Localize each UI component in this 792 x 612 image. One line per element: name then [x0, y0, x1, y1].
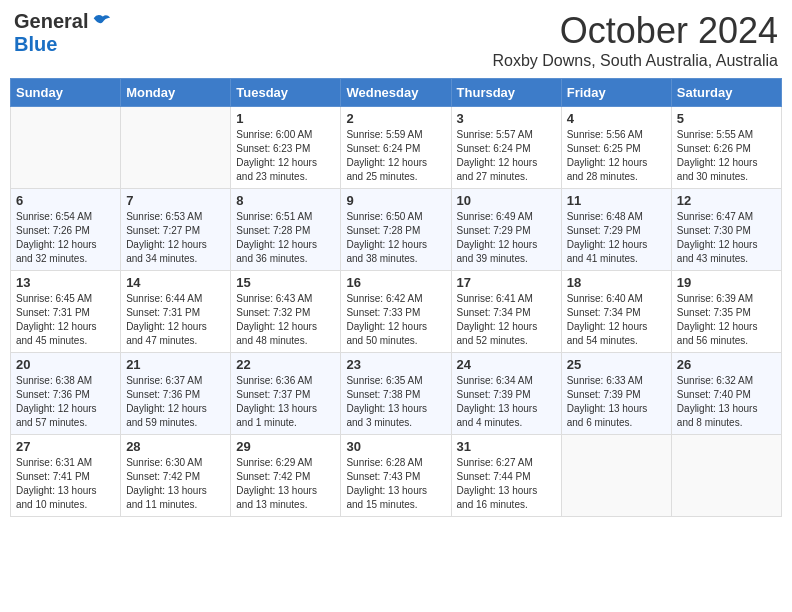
calendar-cell: 29Sunrise: 6:29 AMSunset: 7:42 PMDayligh…: [231, 435, 341, 517]
weekday-header-tuesday: Tuesday: [231, 79, 341, 107]
calendar-cell: 31Sunrise: 6:27 AMSunset: 7:44 PMDayligh…: [451, 435, 561, 517]
calendar-cell: 9Sunrise: 6:50 AMSunset: 7:28 PMDaylight…: [341, 189, 451, 271]
day-number: 15: [236, 275, 335, 290]
day-number: 20: [16, 357, 115, 372]
day-number: 18: [567, 275, 666, 290]
day-number: 16: [346, 275, 445, 290]
day-info: Sunrise: 6:43 AMSunset: 7:32 PMDaylight:…: [236, 292, 335, 348]
day-number: 4: [567, 111, 666, 126]
calendar-cell: 25Sunrise: 6:33 AMSunset: 7:39 PMDayligh…: [561, 353, 671, 435]
day-info: Sunrise: 6:28 AMSunset: 7:43 PMDaylight:…: [346, 456, 445, 512]
weekday-header-wednesday: Wednesday: [341, 79, 451, 107]
title-block: October 2024 Roxby Downs, South Australi…: [493, 10, 778, 70]
logo-text-general: General: [14, 10, 88, 33]
location-subtitle: Roxby Downs, South Australia, Australia: [493, 52, 778, 70]
calendar-cell: 6Sunrise: 6:54 AMSunset: 7:26 PMDaylight…: [11, 189, 121, 271]
calendar-cell: 13Sunrise: 6:45 AMSunset: 7:31 PMDayligh…: [11, 271, 121, 353]
day-number: 23: [346, 357, 445, 372]
calendar-cell: 30Sunrise: 6:28 AMSunset: 7:43 PMDayligh…: [341, 435, 451, 517]
calendar-header-row: SundayMondayTuesdayWednesdayThursdayFrid…: [11, 79, 782, 107]
calendar-cell: [121, 107, 231, 189]
day-number: 30: [346, 439, 445, 454]
calendar-table: SundayMondayTuesdayWednesdayThursdayFrid…: [10, 78, 782, 517]
day-info: Sunrise: 6:35 AMSunset: 7:38 PMDaylight:…: [346, 374, 445, 430]
day-info: Sunrise: 6:00 AMSunset: 6:23 PMDaylight:…: [236, 128, 335, 184]
calendar-cell: 1Sunrise: 6:00 AMSunset: 6:23 PMDaylight…: [231, 107, 341, 189]
calendar-cell: 14Sunrise: 6:44 AMSunset: 7:31 PMDayligh…: [121, 271, 231, 353]
day-info: Sunrise: 5:57 AMSunset: 6:24 PMDaylight:…: [457, 128, 556, 184]
calendar-cell: 27Sunrise: 6:31 AMSunset: 7:41 PMDayligh…: [11, 435, 121, 517]
calendar-week-2: 6Sunrise: 6:54 AMSunset: 7:26 PMDaylight…: [11, 189, 782, 271]
day-info: Sunrise: 6:44 AMSunset: 7:31 PMDaylight:…: [126, 292, 225, 348]
day-info: Sunrise: 5:55 AMSunset: 6:26 PMDaylight:…: [677, 128, 776, 184]
calendar-cell: 16Sunrise: 6:42 AMSunset: 7:33 PMDayligh…: [341, 271, 451, 353]
calendar-cell: 4Sunrise: 5:56 AMSunset: 6:25 PMDaylight…: [561, 107, 671, 189]
day-number: 25: [567, 357, 666, 372]
day-info: Sunrise: 6:27 AMSunset: 7:44 PMDaylight:…: [457, 456, 556, 512]
calendar-cell: 2Sunrise: 5:59 AMSunset: 6:24 PMDaylight…: [341, 107, 451, 189]
day-number: 26: [677, 357, 776, 372]
day-info: Sunrise: 6:48 AMSunset: 7:29 PMDaylight:…: [567, 210, 666, 266]
day-info: Sunrise: 6:29 AMSunset: 7:42 PMDaylight:…: [236, 456, 335, 512]
day-number: 11: [567, 193, 666, 208]
calendar-week-5: 27Sunrise: 6:31 AMSunset: 7:41 PMDayligh…: [11, 435, 782, 517]
logo: General Blue: [14, 10, 112, 56]
day-info: Sunrise: 6:32 AMSunset: 7:40 PMDaylight:…: [677, 374, 776, 430]
day-number: 8: [236, 193, 335, 208]
day-number: 1: [236, 111, 335, 126]
calendar-cell: 17Sunrise: 6:41 AMSunset: 7:34 PMDayligh…: [451, 271, 561, 353]
day-number: 24: [457, 357, 556, 372]
calendar-week-1: 1Sunrise: 6:00 AMSunset: 6:23 PMDaylight…: [11, 107, 782, 189]
logo-text-blue: Blue: [14, 33, 57, 55]
day-info: Sunrise: 6:38 AMSunset: 7:36 PMDaylight:…: [16, 374, 115, 430]
calendar-cell: 3Sunrise: 5:57 AMSunset: 6:24 PMDaylight…: [451, 107, 561, 189]
day-info: Sunrise: 6:30 AMSunset: 7:42 PMDaylight:…: [126, 456, 225, 512]
day-number: 14: [126, 275, 225, 290]
day-info: Sunrise: 6:51 AMSunset: 7:28 PMDaylight:…: [236, 210, 335, 266]
calendar-cell: 15Sunrise: 6:43 AMSunset: 7:32 PMDayligh…: [231, 271, 341, 353]
day-info: Sunrise: 6:36 AMSunset: 7:37 PMDaylight:…: [236, 374, 335, 430]
day-number: 28: [126, 439, 225, 454]
day-number: 3: [457, 111, 556, 126]
day-number: 27: [16, 439, 115, 454]
day-number: 31: [457, 439, 556, 454]
weekday-header-thursday: Thursday: [451, 79, 561, 107]
day-number: 19: [677, 275, 776, 290]
day-info: Sunrise: 6:41 AMSunset: 7:34 PMDaylight:…: [457, 292, 556, 348]
day-info: Sunrise: 5:59 AMSunset: 6:24 PMDaylight:…: [346, 128, 445, 184]
month-title: October 2024: [493, 10, 778, 52]
day-info: Sunrise: 6:49 AMSunset: 7:29 PMDaylight:…: [457, 210, 556, 266]
calendar-cell: 18Sunrise: 6:40 AMSunset: 7:34 PMDayligh…: [561, 271, 671, 353]
day-info: Sunrise: 6:54 AMSunset: 7:26 PMDaylight:…: [16, 210, 115, 266]
calendar-cell: 8Sunrise: 6:51 AMSunset: 7:28 PMDaylight…: [231, 189, 341, 271]
day-number: 6: [16, 193, 115, 208]
day-info: Sunrise: 6:37 AMSunset: 7:36 PMDaylight:…: [126, 374, 225, 430]
day-info: Sunrise: 6:47 AMSunset: 7:30 PMDaylight:…: [677, 210, 776, 266]
calendar-cell: 5Sunrise: 5:55 AMSunset: 6:26 PMDaylight…: [671, 107, 781, 189]
day-info: Sunrise: 6:53 AMSunset: 7:27 PMDaylight:…: [126, 210, 225, 266]
day-info: Sunrise: 6:34 AMSunset: 7:39 PMDaylight:…: [457, 374, 556, 430]
calendar-cell: 24Sunrise: 6:34 AMSunset: 7:39 PMDayligh…: [451, 353, 561, 435]
day-number: 9: [346, 193, 445, 208]
calendar-cell: 26Sunrise: 6:32 AMSunset: 7:40 PMDayligh…: [671, 353, 781, 435]
day-info: Sunrise: 6:31 AMSunset: 7:41 PMDaylight:…: [16, 456, 115, 512]
day-number: 21: [126, 357, 225, 372]
weekday-header-sunday: Sunday: [11, 79, 121, 107]
calendar-week-3: 13Sunrise: 6:45 AMSunset: 7:31 PMDayligh…: [11, 271, 782, 353]
day-info: Sunrise: 6:45 AMSunset: 7:31 PMDaylight:…: [16, 292, 115, 348]
logo-bird-icon: [90, 11, 112, 33]
day-number: 7: [126, 193, 225, 208]
day-info: Sunrise: 6:42 AMSunset: 7:33 PMDaylight:…: [346, 292, 445, 348]
calendar-cell: [671, 435, 781, 517]
page-header: General Blue October 2024 Roxby Downs, S…: [10, 10, 782, 70]
calendar-week-4: 20Sunrise: 6:38 AMSunset: 7:36 PMDayligh…: [11, 353, 782, 435]
day-info: Sunrise: 6:50 AMSunset: 7:28 PMDaylight:…: [346, 210, 445, 266]
day-info: Sunrise: 6:39 AMSunset: 7:35 PMDaylight:…: [677, 292, 776, 348]
calendar-cell: [561, 435, 671, 517]
calendar-cell: 23Sunrise: 6:35 AMSunset: 7:38 PMDayligh…: [341, 353, 451, 435]
day-number: 22: [236, 357, 335, 372]
weekday-header-friday: Friday: [561, 79, 671, 107]
weekday-header-saturday: Saturday: [671, 79, 781, 107]
weekday-header-monday: Monday: [121, 79, 231, 107]
calendar-cell: [11, 107, 121, 189]
